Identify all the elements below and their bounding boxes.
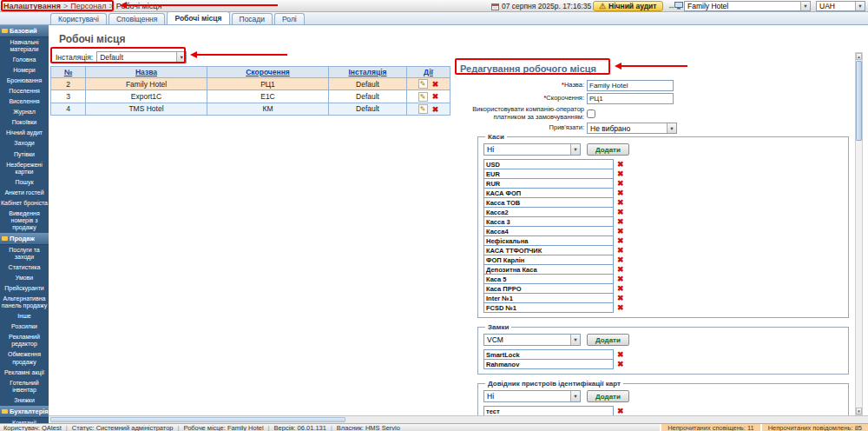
sidebar-item[interactable]: Рекламний редактор: [0, 332, 49, 349]
horizontal-scrollbar[interactable]: [49, 415, 868, 423]
sidebar-item[interactable]: Кабінет броніста: [0, 198, 49, 209]
delete-icon[interactable]: ✖: [617, 228, 624, 235]
night-audit-button[interactable]: ⚠ Нічний аудит: [593, 1, 663, 11]
scroll-down-icon[interactable]: ▼: [856, 408, 862, 414]
sidebar-item[interactable]: Статистика: [0, 262, 49, 273]
delete-icon[interactable]: ✖: [617, 361, 624, 368]
sidebar-item[interactable]: Анкети гостей: [0, 188, 49, 198]
workplace-row[interactable]: 4TMS HotelКМDefault✎✖: [51, 103, 450, 115]
tab[interactable]: Користувачі: [50, 13, 107, 24]
edit-icon[interactable]: ✎: [418, 79, 428, 89]
delete-icon[interactable]: ✖: [617, 275, 624, 283]
delete-icon[interactable]: ✖: [617, 161, 624, 169]
sidebar-item[interactable]: Прейскуранти: [0, 283, 49, 294]
tab[interactable]: Сповіщення: [108, 13, 166, 24]
monitor-icon[interactable]: [674, 2, 683, 10]
installation-select[interactable]: Default ▼: [96, 51, 187, 63]
delete-icon[interactable]: ✖: [617, 209, 624, 216]
tab[interactable]: Посади: [232, 13, 273, 24]
lock-select[interactable]: VCM ▼: [483, 334, 581, 346]
scroll-up-icon[interactable]: ▲: [856, 53, 862, 60]
cash-register-item[interactable]: FCSD №1✖: [483, 302, 843, 313]
sidebar-item[interactable]: Журнал: [0, 107, 49, 117]
delete-icon[interactable]: ✖: [617, 218, 624, 226]
scrollbar-thumb[interactable]: [50, 417, 345, 422]
sidebar-item[interactable]: Пошук: [0, 177, 49, 188]
workplace-row[interactable]: 2Family HotelРЦ1Default✎✖: [51, 78, 450, 90]
delete-icon[interactable]: ✖: [617, 295, 624, 302]
sidebar-item[interactable]: Нічний аудит: [0, 128, 49, 138]
column-header-link[interactable]: Назва: [135, 68, 157, 76]
sidebar-item[interactable]: Бронювання: [0, 76, 49, 86]
currency-select[interactable]: UAH ▼: [816, 1, 865, 11]
sidebar-item[interactable]: Покоївки: [0, 117, 49, 128]
sidebar-item[interactable]: Альтернативна панель продажу: [0, 294, 49, 311]
sidebar-item[interactable]: Інше: [0, 311, 49, 322]
column-header-link[interactable]: Інсталяція: [348, 68, 386, 76]
delete-icon[interactable]: ✖: [617, 285, 624, 293]
card-device-select[interactable]: Ні ▼: [483, 390, 581, 402]
card-device-list: тест✖: [483, 406, 843, 415]
chevron-down-icon: ▼: [800, 2, 810, 10]
add-lock-button[interactable]: Додати: [587, 334, 629, 346]
sidebar-item[interactable]: Рекламні акції: [0, 368, 49, 378]
vertical-scrollbar[interactable]: ▲ ▼: [855, 52, 863, 415]
sidebar-section-header[interactable]: Базовий: [0, 25, 49, 37]
sidebar-item[interactable]: Виведення номерів з продажу: [0, 209, 49, 233]
delete-icon[interactable]: ✖: [432, 92, 439, 101]
currency-select-value: UAH: [819, 2, 835, 10]
workplace-row[interactable]: 3Export1CЕ1СDefault✎✖: [51, 90, 450, 103]
delete-icon[interactable]: ✖: [617, 256, 624, 264]
sidebar-item[interactable]: Розсилки: [0, 322, 49, 332]
add-card-device-button[interactable]: Додати: [587, 390, 629, 402]
row-number: 2: [51, 78, 86, 90]
delete-icon[interactable]: ✖: [617, 247, 624, 255]
delete-icon[interactable]: ✖: [617, 304, 624, 312]
edit-icon[interactable]: ✎: [418, 104, 428, 114]
scrollbar-thumb[interactable]: [856, 61, 862, 141]
tab[interactable]: Робочі місця: [167, 11, 229, 24]
delete-icon[interactable]: ✖: [617, 189, 624, 197]
sidebar-item[interactable]: Послуги та заходи: [0, 245, 49, 262]
breadcrumb-personnel[interactable]: Персонал: [70, 2, 106, 10]
lock-item[interactable]: Rahmanov✖: [483, 359, 843, 369]
cash-register-select[interactable]: Ні ▼: [483, 143, 581, 156]
sidebar-section-header[interactable]: Продаж: [0, 233, 49, 245]
sidebar-item[interactable]: Номери: [0, 65, 49, 76]
delete-icon[interactable]: ✖: [617, 237, 624, 245]
sidebar-item[interactable]: Умови: [0, 273, 49, 283]
edit-icon[interactable]: ✎: [418, 92, 428, 102]
sidebar-item[interactable]: Виселення: [0, 96, 49, 107]
breadcrumb-settings[interactable]: Налаштування: [3, 2, 61, 10]
delete-icon[interactable]: ✖: [432, 80, 439, 89]
sidebar-item[interactable]: Заходи: [0, 138, 49, 149]
column-header-link[interactable]: №: [64, 68, 72, 76]
abbr-input[interactable]: [587, 93, 674, 104]
sidebar-item[interactable]: Готельний інвентар: [0, 378, 49, 395]
sidebar-item[interactable]: Обмеження продажу: [0, 349, 49, 367]
delete-icon[interactable]: ✖: [617, 408, 624, 415]
add-cash-register-button[interactable]: Додати: [587, 143, 629, 156]
sidebar-item[interactable]: Незбережені картки: [0, 160, 49, 177]
column-header-link[interactable]: Дії: [424, 68, 433, 76]
delete-icon[interactable]: ✖: [617, 170, 624, 178]
unread-notifications-badge[interactable]: Непрочитаних сповіщень: 11: [660, 424, 760, 431]
unread-messages-badge[interactable]: Непрочитаних повідомлень: 85: [760, 424, 868, 431]
name-input[interactable]: [587, 80, 674, 91]
company-operator-checkbox[interactable]: [587, 109, 595, 118]
delete-icon[interactable]: ✖: [617, 351, 624, 359]
delete-icon[interactable]: ✖: [617, 266, 624, 274]
sidebar-section-header[interactable]: Бухгалтерія: [0, 406, 49, 418]
sidebar-item[interactable]: Головна: [0, 55, 49, 65]
delete-icon[interactable]: ✖: [432, 104, 439, 113]
sidebar-item[interactable]: Навчальні матеріали: [0, 37, 49, 55]
column-header-link[interactable]: Скорочення: [246, 68, 290, 76]
sidebar-item[interactable]: Путівки: [0, 149, 49, 160]
sidebar-item[interactable]: Знижки: [0, 395, 49, 406]
tab[interactable]: Ролі: [274, 13, 305, 24]
sidebar-item[interactable]: Поселення: [0, 86, 49, 96]
hotel-select[interactable]: Family Hotel ▼: [684, 1, 811, 11]
delete-icon[interactable]: ✖: [617, 199, 624, 207]
card-device-item[interactable]: тест✖: [483, 406, 843, 415]
delete-icon[interactable]: ✖: [617, 180, 624, 188]
